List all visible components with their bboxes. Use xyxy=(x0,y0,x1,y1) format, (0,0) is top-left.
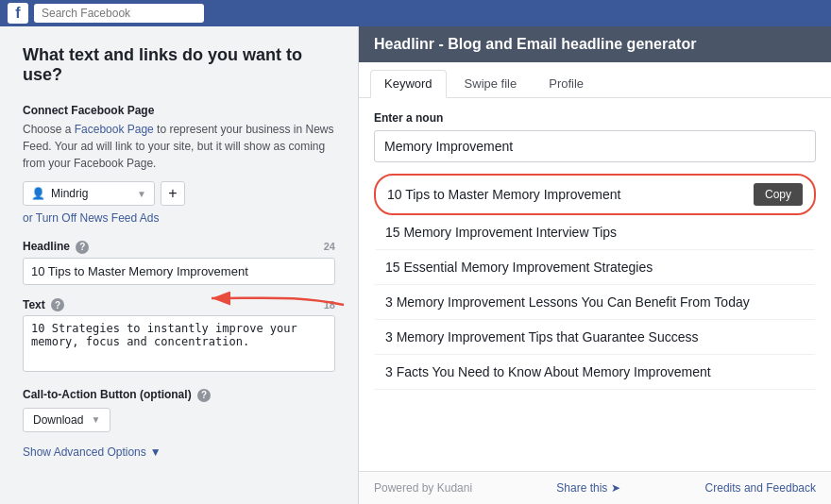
left-content: What text and links do you want to use? … xyxy=(23,45,335,459)
headline-count: 24 xyxy=(324,241,335,252)
text-textarea[interactable]: 10 Strategies to instantly improve your … xyxy=(23,315,335,372)
tab-profile[interactable]: Profile xyxy=(534,70,598,97)
headlinr-title: Headlinr - Blog and Email headline gener… xyxy=(374,36,696,52)
headline-input[interactable] xyxy=(23,258,335,285)
text-label: Text ? xyxy=(23,298,64,312)
tab-keyword[interactable]: Keyword xyxy=(370,70,447,98)
share-label: Share this xyxy=(556,481,607,495)
headline-item-1[interactable]: 15 Memory Improvement Interview Tips xyxy=(374,215,816,250)
headline-text-0: 10 Tips to Master Memory Improvement xyxy=(387,187,620,202)
page-select-row: 👤 Mindrig ▼ + xyxy=(23,181,335,206)
headline-item-2[interactable]: 15 Essential Memory Improvement Strategi… xyxy=(374,250,816,285)
headline-list: 10 Tips to Master Memory Improvement Cop… xyxy=(374,174,816,390)
page-dropdown[interactable]: 👤 Mindrig ▼ xyxy=(23,181,155,206)
chevron-down-icon: ▼ xyxy=(150,445,161,459)
headline-text-3: 3 Memory Improvement Lessons You Can Ben… xyxy=(385,294,750,310)
headline-text-4: 3 Memory Improvement Tips that Guarantee… xyxy=(385,329,698,344)
page-title: What text and links do you want to use? xyxy=(23,45,335,85)
connect-section: Connect Facebook Page Choose a Facebook … xyxy=(23,104,335,225)
headline-label-row: Headline ? 24 xyxy=(23,240,335,254)
person-icon: 👤 xyxy=(31,187,45,200)
turn-off-link[interactable]: or Turn Off News Feed Ads xyxy=(23,211,335,225)
cta-chevron-icon: ▼ xyxy=(91,414,100,425)
headlinr-body: Enter a noun 10 Tips to Master Memory Im… xyxy=(359,98,831,471)
headline-label: Headline ? xyxy=(23,240,89,254)
show-advanced-label: Show Advanced Options xyxy=(23,445,146,459)
headlinr-footer: Powered by Kudani Share this ➤ Credits a… xyxy=(359,471,831,504)
cta-dropdown[interactable]: Download ▼ xyxy=(23,408,110,432)
show-advanced-link[interactable]: Show Advanced Options ▼ xyxy=(23,445,335,459)
cta-section: Call-to-Action Button (optional) ? Downl… xyxy=(23,388,335,432)
headline-text-5: 3 Facts You Need to Know About Memory Im… xyxy=(385,364,711,379)
share-button[interactable]: Share this ➤ xyxy=(556,481,620,495)
text-info-icon[interactable]: ? xyxy=(51,298,64,311)
tab-swipe-file[interactable]: Swipe file xyxy=(450,70,532,97)
credits-link[interactable]: Credits and Feedback xyxy=(705,481,816,495)
headline-item-4[interactable]: 3 Memory Improvement Tips that Guarantee… xyxy=(374,320,816,355)
cta-info-icon[interactable]: ? xyxy=(197,389,211,402)
text-count: 18 xyxy=(324,299,335,311)
headline-section: Headline ? 24 xyxy=(23,240,335,298)
noun-input[interactable] xyxy=(374,130,816,162)
headline-info-icon[interactable]: ? xyxy=(76,241,89,254)
connect-desc: Choose a Facebook Page to represent your… xyxy=(23,121,335,172)
headline-item-0[interactable]: 10 Tips to Master Memory Improvement Cop… xyxy=(374,174,816,215)
add-page-button[interactable]: + xyxy=(161,181,185,206)
chevron-down-icon: ▼ xyxy=(137,189,146,199)
text-section: Text ? 18 10 Strategies to instantly imp… xyxy=(23,298,335,389)
facebook-topbar: f xyxy=(0,0,831,26)
headlinr-tabs: Keyword Swipe file Profile xyxy=(359,62,831,98)
facebook-page-link[interactable]: Facebook Page xyxy=(75,123,154,136)
headlinr-header: Headlinr - Blog and Email headline gener… xyxy=(359,26,831,62)
page-name: Mindrig xyxy=(51,187,88,200)
right-panel: Headlinr - Blog and Email headline gener… xyxy=(359,26,831,504)
headline-text-2: 15 Essential Memory Improvement Strategi… xyxy=(385,260,653,275)
copy-button-0[interactable]: Copy xyxy=(754,183,803,206)
noun-label: Enter a noun xyxy=(374,111,816,125)
facebook-logo: f xyxy=(8,3,28,24)
main-layout: What text and links do you want to use? … xyxy=(0,26,831,504)
cta-label: Call-to-Action Button (optional) ? xyxy=(23,388,335,402)
share-icon: ➤ xyxy=(611,481,620,495)
powered-by: Powered by Kudani xyxy=(374,481,472,495)
headline-item-3[interactable]: 3 Memory Improvement Lessons You Can Ben… xyxy=(374,285,816,320)
facebook-search-input[interactable] xyxy=(34,4,204,23)
headline-text-1: 15 Memory Improvement Interview Tips xyxy=(385,225,617,240)
headline-item-5[interactable]: 3 Facts You Need to Know About Memory Im… xyxy=(374,355,816,390)
text-label-row: Text ? 18 xyxy=(23,298,335,312)
connect-label: Connect Facebook Page xyxy=(23,104,335,117)
left-panel: What text and links do you want to use? … xyxy=(0,26,359,504)
cta-value: Download xyxy=(33,413,83,427)
